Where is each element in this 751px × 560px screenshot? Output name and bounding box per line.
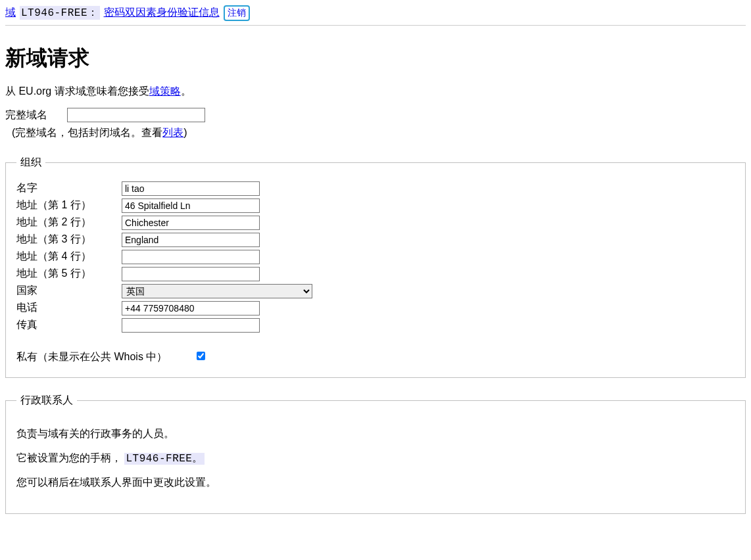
- org-addr1-label: 地址（第 1 行）: [16, 198, 122, 213]
- org-addr4-input[interactable]: [122, 250, 260, 264]
- admin-p1: 负责与域有关的行政事务的人员。: [16, 427, 735, 441]
- policy-prefix: 从 EU.org 请求域意味着您接受: [5, 85, 149, 97]
- org-addr3-input[interactable]: [122, 233, 260, 247]
- policy-notice: 从 EU.org 请求域意味着您接受域策略。: [5, 85, 746, 99]
- full-domain-row: 完整域名: [5, 108, 746, 122]
- page-title: 新域请求: [5, 44, 746, 73]
- org-name-input[interactable]: [122, 181, 260, 196]
- policy-suffix: 。: [181, 85, 191, 97]
- organization-fieldset: 组织 名字 地址（第 1 行） 地址（第 2 行） 地址（第 3 行） 地址（第…: [5, 156, 746, 378]
- full-domain-hint: (完整域名，包括封闭域名。查看列表): [12, 126, 746, 140]
- hint-prefix: (完整域名，包括封闭域名。查看: [12, 127, 162, 138]
- org-addr3-label: 地址（第 3 行）: [16, 233, 122, 247]
- private-checkbox[interactable]: [197, 352, 205, 360]
- org-fax-input[interactable]: [122, 318, 260, 333]
- org-addr5-input[interactable]: [122, 267, 260, 281]
- org-form-table: 名字 地址（第 1 行） 地址（第 2 行） 地址（第 3 行） 地址（第 4 …: [16, 179, 312, 335]
- org-addr4-label: 地址（第 4 行）: [16, 250, 122, 264]
- org-addr1-input[interactable]: [122, 198, 260, 213]
- admin-contact-fieldset: 行政联系人 负责与域有关的行政事务的人员。 它被设置为您的手柄， LT946-F…: [5, 394, 746, 514]
- admin-contact-legend: 行政联系人: [16, 394, 77, 408]
- organization-legend: 组织: [16, 156, 45, 170]
- domain-list-link[interactable]: 列表: [162, 127, 183, 138]
- admin-p2: 它被设置为您的手柄， LT946-FREE。: [16, 452, 735, 465]
- top-bar: 域 LT946-FREE： 密码双因素身份验证信息 注销: [5, 5, 746, 26]
- password-2fa-link[interactable]: 密码双因素身份验证信息: [104, 6, 220, 20]
- private-label: 私有（未显示在公共 Whois 中）: [16, 350, 167, 364]
- org-name-label: 名字: [16, 181, 122, 196]
- org-fax-label: 传真: [16, 318, 122, 333]
- hint-suffix: ): [183, 127, 187, 138]
- org-phone-label: 电话: [16, 301, 122, 315]
- private-row: 私有（未显示在公共 Whois 中）: [16, 350, 735, 364]
- user-handle: LT946-FREE：: [20, 6, 100, 20]
- org-country-label: 国家: [16, 284, 122, 298]
- domain-policy-link[interactable]: 域策略: [149, 85, 181, 97]
- full-domain-input[interactable]: [67, 108, 205, 122]
- full-domain-label: 完整域名: [5, 108, 64, 122]
- org-addr2-input[interactable]: [122, 216, 260, 230]
- org-addr5-label: 地址（第 5 行）: [16, 267, 122, 281]
- org-country-select[interactable]: 英国: [122, 284, 312, 298]
- admin-p3: 您可以稍后在域联系人界面中更改此设置。: [16, 476, 735, 490]
- logout-button[interactable]: 注销: [224, 5, 250, 21]
- org-phone-input[interactable]: [122, 301, 260, 315]
- org-addr2-label: 地址（第 2 行）: [16, 216, 122, 230]
- admin-p2-prefix: 它被设置为您的手柄，: [16, 452, 122, 463]
- admin-p2-handle: LT946-FREE。: [124, 453, 205, 465]
- domains-link[interactable]: 域: [5, 6, 16, 20]
